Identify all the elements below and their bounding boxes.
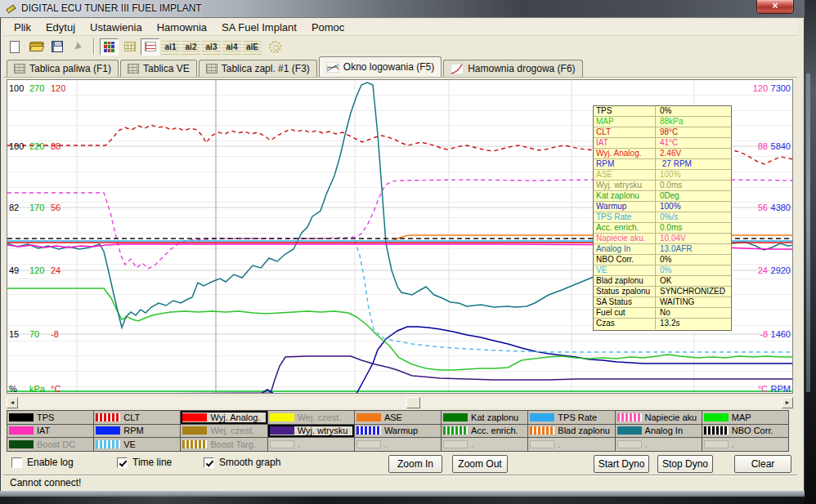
legend-cell-item[interactable]: . xyxy=(442,438,527,451)
legend-label: . xyxy=(298,439,300,449)
tab-tablica-paliwa-f1[interactable]: Tablica paliwa (F1) xyxy=(7,60,119,77)
legend-swatch-napiecie-aku xyxy=(617,413,642,421)
toolbar-button-ai2[interactable]: ai2 xyxy=(182,38,200,55)
menu-item-hamownia[interactable]: Hamownia xyxy=(150,20,214,35)
toolbar: ai1ai2ai3ai4aiE xyxy=(3,36,797,57)
tab-hamownia-drogowa-f6[interactable]: Hamownia drogowa (F6) xyxy=(443,60,582,77)
legend-cell-wej-czest[interactable]: Wej. czest. xyxy=(268,411,354,424)
live-value-label: CLT xyxy=(594,127,656,137)
legend-swatch-ase xyxy=(356,413,381,421)
legend-cell-boost-targ[interactable]: Boost Targ. xyxy=(181,438,267,451)
checkbox-box-smooth-graph[interactable] xyxy=(204,457,214,468)
legend-cell-napiecie-aku[interactable]: Napiecie aku xyxy=(616,411,702,424)
graph-scrollbar[interactable]: ◄ ► xyxy=(7,397,793,408)
live-value-row-blad-zaplonu: Blad zaplonuOK xyxy=(594,276,731,287)
new-file-button[interactable] xyxy=(5,38,25,56)
zoom-out-button[interactable]: Zoom Out xyxy=(452,455,508,473)
checkbox-smooth-graph[interactable]: Smooth graph xyxy=(204,457,280,468)
close-button[interactable]: × xyxy=(756,0,794,14)
legend-label: ASE xyxy=(384,413,402,422)
legend-cell-acc-enrich[interactable]: Acc. enrich. xyxy=(442,425,527,438)
legend-cell-item[interactable]: . xyxy=(268,438,354,451)
connect-button[interactable] xyxy=(69,38,88,56)
live-value-label: MAP xyxy=(594,117,656,127)
legend-cell-tps-rate[interactable]: TPS Rate xyxy=(528,411,614,424)
legend-cell-kat-zaplonu[interactable]: Kat zaplonu xyxy=(442,411,527,424)
legend-cell-ve[interactable]: VE xyxy=(94,438,180,451)
live-value-label: Wyj. wtrysku xyxy=(594,181,656,190)
legend-label: Wej. czest. xyxy=(210,426,254,435)
scroll-left-button[interactable]: ◄ xyxy=(7,397,18,408)
legend-cell-tps[interactable]: TPS xyxy=(7,411,93,424)
tab-tablica-ve[interactable]: Tablica VE xyxy=(120,60,197,77)
legend-cell-item[interactable]: . xyxy=(616,438,702,451)
controls-row: Enable logTime lineSmooth graphZoom InZo… xyxy=(3,452,797,475)
legend-cell-nbo-corr[interactable]: NBO Corr. xyxy=(702,425,788,438)
legend-cell-clt[interactable]: CLT xyxy=(94,411,180,424)
plain-grid-view-button[interactable] xyxy=(120,38,139,56)
settings-gear-button[interactable] xyxy=(265,38,285,56)
live-value-label: Warmup xyxy=(594,202,656,212)
scroll-right-button[interactable]: ► xyxy=(782,397,793,408)
legend-cell-item[interactable]: . xyxy=(702,438,788,451)
tab-tablica-zapl-1-f3[interactable]: Tablica zapl. #1 (F3) xyxy=(199,60,317,77)
legend-cell-blad-zaplonu[interactable]: Blad zaplonu xyxy=(528,425,614,438)
legend-cell-item[interactable]: . xyxy=(355,438,441,451)
axis-label-right: 4380 xyxy=(766,203,791,212)
menu-item-sa-fuel-implant[interactable]: SA Fuel Implant xyxy=(214,20,304,35)
live-value-row-ve: VE0% xyxy=(594,265,731,276)
open-file-button[interactable] xyxy=(26,38,46,56)
legend-cell-iat[interactable]: IAT xyxy=(7,425,93,438)
legend-swatch-wyj-wtrysku xyxy=(270,426,294,435)
checkbox-enable-log[interactable]: Enable log xyxy=(11,457,74,468)
legend-cell-map[interactable]: MAP xyxy=(702,411,788,424)
live-values-table: TPS0%MAP88kPaCLT98°CIAT41°CWyj. Analog.2… xyxy=(593,105,732,331)
zoom-in-button[interactable]: Zoom In xyxy=(388,455,442,473)
checkbox-box-enable-log[interactable] xyxy=(11,457,22,468)
legend-cell-wyj-analog[interactable]: Wyj. Analog. xyxy=(181,411,267,424)
legend-cell-warmup[interactable]: Warmup xyxy=(355,425,441,438)
title-bar[interactable]: DIGITAL ECU TUNER III FUEL IMPLANT × xyxy=(0,0,805,18)
live-value-label: Czas xyxy=(594,319,656,329)
legend-swatch-item xyxy=(443,440,468,448)
live-value-label: IAT xyxy=(594,138,656,148)
toolbar-button-ai4[interactable]: ai4 xyxy=(222,38,241,55)
live-value-row-fuel-cut: Fuel cutNo xyxy=(594,308,731,319)
legend-swatch-blad-zaplonu xyxy=(530,426,554,435)
live-value-label: Fuel cut xyxy=(594,308,656,318)
legend-cell-rpm[interactable]: RPM xyxy=(94,425,180,438)
legend-cell-wej-czest[interactable]: Wej. czest. xyxy=(181,425,267,438)
status-bar: Cannot connect! xyxy=(3,476,797,491)
legend-cell-item[interactable]: . xyxy=(528,438,614,451)
stop-dyno-button[interactable]: Stop Dyno xyxy=(657,455,713,473)
menu-item-edytuj[interactable]: Edytuj xyxy=(38,20,83,35)
legend-label: NBO Corr. xyxy=(732,426,773,435)
menu-item-pomoc[interactable]: Pomoc xyxy=(304,20,352,35)
legend-cell-boost-dc[interactable]: Boost DC xyxy=(7,438,93,451)
red-grid-view-button[interactable] xyxy=(141,38,159,56)
toolbar-button-ai3[interactable]: ai3 xyxy=(202,38,221,55)
toolbar-button-ai1[interactable]: ai1 xyxy=(161,38,180,55)
live-value: 98°C xyxy=(656,127,731,137)
clear-button[interactable]: Clear xyxy=(734,455,791,473)
live-value: 0%/s xyxy=(656,212,731,222)
window-title: DIGITAL ECU TUNER III FUEL IMPLANT xyxy=(21,2,202,14)
axis-label-right: 120 xyxy=(737,83,768,93)
scrollbar-thumb[interactable] xyxy=(406,397,420,408)
checkbox-time-line[interactable]: Time line xyxy=(117,457,172,468)
checkbox-box-time-line[interactable] xyxy=(117,457,128,468)
log-curves-icon xyxy=(326,62,339,73)
dyno-curve-icon xyxy=(451,64,464,74)
fuel-table-view-button[interactable] xyxy=(100,38,119,56)
start-dyno-button[interactable]: Start Dyno xyxy=(594,455,649,473)
toolbar-button-aie[interactable]: aiE xyxy=(243,38,262,55)
legend-swatch-boost-dc xyxy=(9,440,34,448)
legend-cell-analog-in[interactable]: Analog In xyxy=(616,425,702,438)
live-value: 13.2s xyxy=(656,319,731,329)
legend-cell-wyj-wtrysku[interactable]: Wyj. wtrysku xyxy=(268,425,354,438)
save-button[interactable] xyxy=(47,38,67,56)
legend-cell-ase[interactable]: ASE xyxy=(355,411,441,424)
menu-item-plik[interactable]: Plik xyxy=(7,20,38,35)
tab-okno-logowania-f5[interactable]: Okno logowania (F5) xyxy=(319,56,442,77)
menu-item-ustawienia[interactable]: Ustawienia xyxy=(83,20,150,35)
